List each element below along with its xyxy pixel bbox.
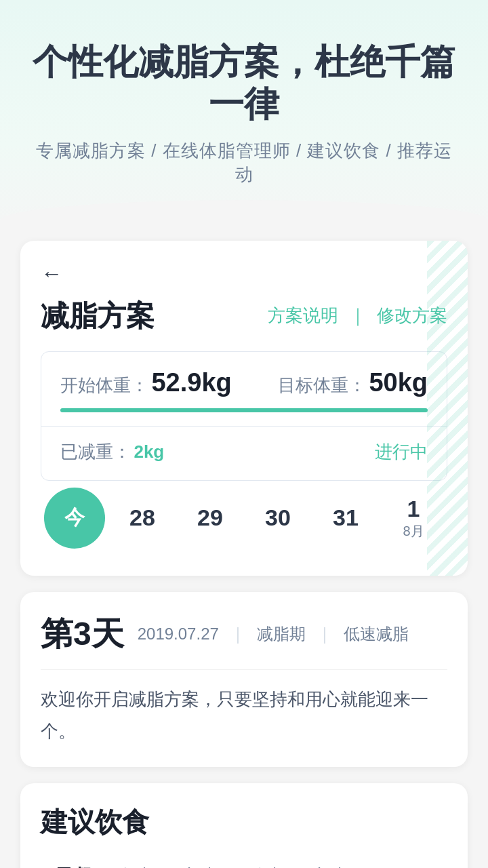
lost-label: 已减重： — [60, 441, 131, 462]
plan-card: ← 减脂方案 方案说明 ｜ 修改方案 开始体重： 52.9kg 目标体重： 50… — [20, 241, 468, 576]
status-badge: 进行中 — [375, 440, 428, 464]
date-num-4: 31 — [333, 505, 359, 531]
weight-target: 目标体重： 50kg — [278, 368, 428, 397]
diet-tabs: 早餐午餐加餐晚餐加餐 — [41, 857, 447, 868]
diet-tab-0[interactable]: 早餐 — [41, 857, 106, 868]
lost-weight-info: 已减重： 2kg — [60, 440, 164, 464]
weight-start-label: 开始体重： — [60, 375, 148, 395]
diet-tab-2[interactable]: 加餐 — [171, 857, 236, 868]
refresh-button[interactable] — [420, 864, 447, 868]
explain-link[interactable]: 方案说明 — [268, 304, 338, 328]
main-content: ← 减脂方案 方案说明 ｜ 修改方案 开始体重： 52.9kg 目标体重： 50… — [0, 241, 488, 868]
diet-tab-1[interactable]: 午餐 — [106, 857, 171, 868]
day-section: 第3天 2019.07.27 ｜ 减脂期 ｜ 低速减脂 欢迎你开启减脂方案，只要… — [20, 592, 468, 768]
day-divider-1: ｜ — [230, 623, 246, 645]
day-divider-2: ｜ — [317, 623, 333, 645]
back-button[interactable]: ← — [41, 261, 447, 286]
card-header: 减脂方案 方案说明 ｜ 修改方案 — [41, 297, 447, 335]
date-num-2: 29 — [197, 505, 223, 531]
day-meta: 2019.07.27 ｜ 减脂期 ｜ 低速减脂 — [138, 623, 409, 645]
diet-tab-3[interactable]: 晚餐 — [236, 857, 301, 868]
weight-target-value: 50kg — [369, 368, 428, 397]
weight-target-label: 目标体重： — [278, 375, 366, 395]
weight-start: 开始体重： 52.9kg — [60, 368, 232, 397]
diet-tab-4[interactable]: 加餐 — [301, 857, 366, 868]
weight-start-value: 52.9kg — [151, 368, 231, 397]
day-header: 第3天 2019.07.27 ｜ 减脂期 ｜ 低速减脂 — [41, 612, 447, 656]
weight-bottom-row: 已减重： 2kg 进行中 — [60, 440, 428, 464]
day-message: 欢迎你开启减脂方案，只要坚持和用心就能迎来一个。 — [41, 669, 447, 761]
weight-box: 开始体重： 52.9kg 目标体重： 50kg 已减重： 2kg 进行中 — [41, 351, 447, 481]
date-item-2[interactable]: 29 — [180, 488, 241, 549]
weight-row: 开始体重： 52.9kg 目标体重： 50kg — [60, 368, 428, 397]
date-num-5: 1 — [407, 496, 420, 522]
day-date: 2019.07.27 — [138, 625, 219, 644]
day-tag-1: 减脂期 — [257, 623, 306, 645]
day-tag-2: 低速减脂 — [344, 623, 409, 645]
date-picker: 今2829303118月 — [41, 481, 447, 555]
date-num-3: 30 — [265, 505, 291, 531]
date-sub-5: 8月 — [403, 522, 424, 540]
date-item-3[interactable]: 30 — [247, 488, 308, 549]
date-num-1: 28 — [129, 505, 155, 531]
action-divider: ｜ — [349, 304, 366, 328]
date-num-0: 今 — [64, 504, 85, 532]
card-actions: 方案说明 ｜ 修改方案 — [268, 304, 447, 328]
plan-title: 减脂方案 — [41, 297, 155, 335]
main-title: 个性化减脂方案，杜绝千篇一律 — [27, 41, 461, 125]
lost-value: 2kg — [134, 441, 164, 462]
weight-progress-bar — [60, 408, 428, 412]
date-item-0[interactable]: 今 — [44, 488, 105, 549]
date-item-1[interactable]: 28 — [112, 488, 173, 549]
header-section: 个性化减脂方案，杜绝千篇一律 专属减脂方案 / 在线体脂管理师 / 建议饮食 /… — [0, 0, 488, 241]
diet-title: 建议饮食 — [41, 804, 447, 841]
subtitle: 专属减脂方案 / 在线体脂管理师 / 建议饮食 / 推荐运动 — [27, 139, 461, 186]
refresh-icon — [420, 864, 447, 868]
date-item-4[interactable]: 31 — [315, 488, 376, 549]
stripe-decoration — [427, 241, 468, 576]
diet-section: 建议饮食 早餐午餐加餐晚餐加餐 — [20, 783, 468, 868]
day-number: 第3天 — [41, 612, 124, 656]
weight-divider — [41, 426, 447, 427]
